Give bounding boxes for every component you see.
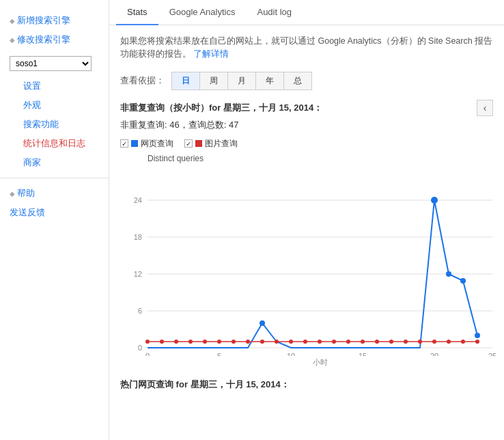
red-dot-16 <box>375 340 379 344</box>
svg-text:18: 18 <box>134 233 142 241</box>
svg-text:6: 6 <box>138 307 142 315</box>
red-dot-14 <box>346 340 350 344</box>
view-btn-week[interactable]: 周 <box>199 72 227 90</box>
blue-dot-20 <box>431 197 438 204</box>
tab-stats[interactable]: Stats <box>116 0 158 25</box>
red-dot-1 <box>160 340 164 344</box>
svg-text:5: 5 <box>217 352 221 356</box>
sidebar-top-links: 新增搜索引擎 修改搜索引擎 <box>0 7 109 53</box>
legend-label-web: 网页查询 <box>141 138 173 150</box>
red-dot-21 <box>447 340 451 344</box>
red-dot-12 <box>318 340 322 344</box>
svg-text:25: 25 <box>488 352 496 356</box>
red-dot-6 <box>232 340 236 344</box>
red-dot-4 <box>203 340 207 344</box>
chart-header: 非重复查询（按小时）for 星期三，十月 15, 2014： ‹ <box>120 100 493 116</box>
red-dot-5 <box>217 340 221 344</box>
svg-text:0: 0 <box>145 352 150 356</box>
red-dot-3 <box>188 340 193 344</box>
sidebar-item-feedback[interactable]: 发送反馈 <box>0 203 109 222</box>
blue-dot-21 <box>446 271 451 277</box>
info-text: 如果您将搜索结果放在自己的网站上，就可以通过 Google Analytics（… <box>120 35 493 61</box>
svg-text:20: 20 <box>430 352 438 356</box>
x-axis-label: 小时 <box>120 357 493 368</box>
red-dot-11 <box>303 340 307 344</box>
red-dot-18 <box>404 340 408 344</box>
legend-check-web[interactable] <box>120 139 128 148</box>
chart-title: Distinct queries <box>120 154 493 163</box>
chart-svg: 0 6 12 18 24 0 5 10 15 20 25 <box>120 165 503 356</box>
view-buttons: 日 周 月 年 总 <box>171 72 312 90</box>
view-label: 查看依据： <box>120 74 165 87</box>
view-btn-total[interactable]: 总 <box>283 72 312 90</box>
blue-dot-23 <box>475 333 480 338</box>
tab-google-analytics[interactable]: Google Analytics <box>158 0 247 25</box>
red-dot-20 <box>432 340 436 344</box>
legend-color-image <box>195 140 202 147</box>
legend-check-image[interactable] <box>184 139 193 148</box>
sidebar-item-help[interactable]: 帮助 <box>0 184 109 203</box>
engine-select[interactable]: soso1 <box>10 56 92 71</box>
sidebar-select-wrap: soso1 <box>0 53 109 74</box>
red-dot-9 <box>275 340 279 344</box>
red-dot-19 <box>418 340 422 344</box>
red-dot-0 <box>145 340 150 344</box>
stats-line: 非重复查询: 46，查询总数: 47 <box>120 119 493 131</box>
sidebar-item-stats[interactable]: 统计信息和日志 <box>14 134 109 153</box>
main-content: Stats Google Analytics Audit log 如果您将搜索结… <box>109 0 504 440</box>
content-area: 如果您将搜索结果放在自己的网站上，就可以通过 Google Analytics（… <box>109 25 504 400</box>
view-btn-month[interactable]: 月 <box>227 72 255 90</box>
legend-item-image: 图片查询 <box>184 138 238 150</box>
view-btn-day[interactable]: 日 <box>171 72 199 90</box>
chart-nav-back[interactable]: ‹ <box>477 100 493 116</box>
chart-wrapper: Distinct queries 0 6 12 18 24 0 5 10 1 <box>120 154 493 368</box>
chart-header-text: 非重复查询（按小时）for 星期三，十月 15, 2014： <box>120 102 322 114</box>
svg-text:12: 12 <box>134 270 142 278</box>
svg-text:10: 10 <box>287 352 295 356</box>
view-controls: 查看依据： 日 周 月 年 总 <box>120 72 493 90</box>
red-dot-10 <box>289 340 293 344</box>
legend-label-image: 图片查询 <box>205 138 238 150</box>
red-dot-2 <box>174 340 178 344</box>
red-dot-15 <box>361 340 365 344</box>
sidebar-item-new-search[interactable]: 新增搜索引擎 <box>0 11 109 30</box>
sidebar-item-business[interactable]: 商家 <box>14 153 109 172</box>
red-dot-13 <box>332 340 336 344</box>
tab-audit-log[interactable]: Audit log <box>246 0 303 25</box>
red-dot-23 <box>475 340 479 344</box>
tabs-bar: Stats Google Analytics Audit log <box>109 0 504 25</box>
legend-item-web: 网页查询 <box>120 138 173 150</box>
svg-text:15: 15 <box>359 352 367 356</box>
legend: 网页查询 图片查询 <box>120 138 493 150</box>
red-dot-22 <box>461 340 465 344</box>
red-dot-17 <box>389 340 393 344</box>
sidebar-item-settings[interactable]: 设置 <box>14 77 109 96</box>
sidebar-item-edit-search[interactable]: 修改搜索引擎 <box>0 30 109 49</box>
sidebar-item-search-function[interactable]: 搜索功能 <box>14 115 109 134</box>
red-dot-8 <box>260 340 264 344</box>
svg-text:24: 24 <box>134 196 142 204</box>
blue-dot-8 <box>260 320 265 326</box>
blue-dot-22 <box>460 278 466 284</box>
view-btn-year[interactable]: 年 <box>255 72 283 90</box>
svg-text:0: 0 <box>138 344 142 352</box>
red-dot-7 <box>246 340 250 344</box>
sidebar-item-appearance[interactable]: 外观 <box>14 96 109 115</box>
sidebar-group: 设置 外观 搜索功能 统计信息和日志 商家 <box>0 77 109 172</box>
sidebar: 新增搜索引擎 修改搜索引擎 soso1 设置 外观 搜索功能 统计信息和日志 商… <box>0 0 109 440</box>
legend-color-web <box>131 140 138 147</box>
learn-more-link[interactable]: 了解详情 <box>193 49 229 59</box>
hot-queries-label: 热门网页查询 for 星期三，十月 15, 2014： <box>120 379 493 391</box>
